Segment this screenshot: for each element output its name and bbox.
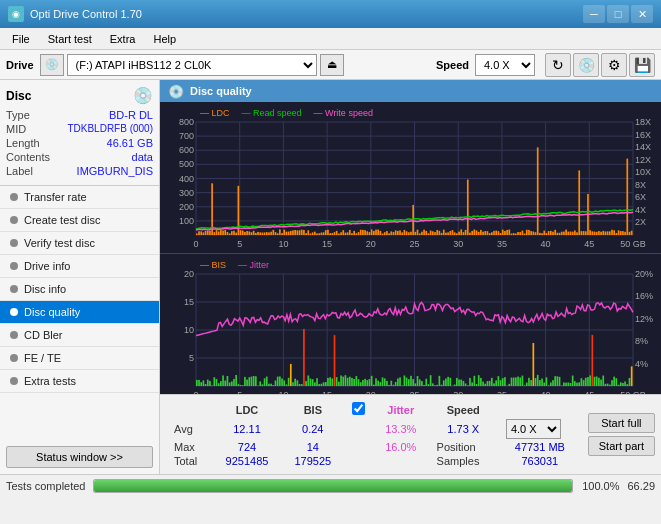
maximize-button[interactable]: □: [607, 5, 629, 23]
jitter-checkbox[interactable]: [352, 402, 365, 415]
sidebar-item-extra-tests[interactable]: Extra tests: [0, 370, 159, 393]
menubar: File Start test Extra Help: [0, 28, 661, 50]
nav-dot: [10, 216, 18, 224]
titlebar: ◉ Opti Drive Control 1.70 ─ □ ✕: [0, 0, 661, 28]
sidebar-item-transfer-rate[interactable]: Transfer rate: [0, 186, 159, 209]
avg-ldc: 12.11: [212, 418, 281, 440]
eject-icon[interactable]: ⏏: [320, 54, 344, 76]
nav-dot: [10, 193, 18, 201]
disc-section: Disc 💿 Type BD-R DL MID TDKBLDRFB (000) …: [0, 80, 159, 186]
type-label: Type: [6, 109, 30, 121]
mid-label: MID: [6, 123, 26, 135]
position-value: 47731 MB: [498, 440, 582, 454]
nav-dot: [10, 377, 18, 385]
menu-extra[interactable]: Extra: [102, 31, 144, 47]
progress-percent: 100.0%: [581, 480, 619, 492]
drive-disc-icon[interactable]: 💿: [40, 54, 64, 76]
nav-label: Extra tests: [24, 375, 76, 387]
length-label: Length: [6, 137, 40, 149]
disc-quality-title: Disc quality: [190, 85, 252, 97]
sidebar-item-cd-bler[interactable]: CD Bler: [0, 324, 159, 347]
max-label: Max: [166, 440, 212, 454]
status-window-button[interactable]: Status window >>: [6, 446, 153, 468]
position-label: Position: [429, 440, 498, 454]
nav-label: Create test disc: [24, 214, 100, 226]
drive-select[interactable]: (F:) ATAPI iHBS112 2 CL0K: [67, 54, 317, 76]
max-jitter: 16.0%: [373, 440, 429, 454]
content-area: 💿 Disc quality LDC BIS: [160, 80, 661, 474]
disc-label-label: Label: [6, 165, 33, 177]
drive-label: Drive: [6, 59, 34, 71]
save-icon[interactable]: 💾: [629, 53, 655, 77]
disc-label-value: IMGBURN_DIS: [77, 165, 153, 177]
sidebar-item-disc-info[interactable]: Disc info: [0, 278, 159, 301]
action-buttons: Start full Start part: [588, 413, 655, 456]
sidebar-item-fe-te[interactable]: FE / TE: [0, 347, 159, 370]
nav-dot: [10, 331, 18, 339]
start-part-button[interactable]: Start part: [588, 436, 655, 456]
nav-dot: [10, 239, 18, 247]
contents-label: Contents: [6, 151, 50, 163]
total-bis: 179525: [282, 454, 344, 468]
avg-bis: 0.24: [282, 418, 344, 440]
disc-icon[interactable]: 💿: [573, 53, 599, 77]
bis-jitter-chart: [160, 254, 661, 394]
refresh-icon[interactable]: ↻: [545, 53, 571, 77]
menu-start-test[interactable]: Start test: [40, 31, 100, 47]
samples-value: 763031: [498, 454, 582, 468]
avg-label: Avg: [166, 418, 212, 440]
nav-dot: [10, 308, 18, 316]
max-bis: 14: [282, 440, 344, 454]
nav-label: Disc quality: [24, 306, 80, 318]
stats-table: LDC BIS Jitter Speed Avg 12.11 0.24: [166, 401, 582, 468]
close-button[interactable]: ✕: [631, 5, 653, 23]
type-value: BD-R DL: [109, 109, 153, 121]
speed-select[interactable]: 4.0 X: [475, 54, 535, 76]
sidebar-item-create-test-disc[interactable]: Create test disc: [0, 209, 159, 232]
total-label: Total: [166, 454, 212, 468]
menu-file[interactable]: File: [4, 31, 38, 47]
length-value: 46.61 GB: [107, 137, 153, 149]
mid-value: TDKBLDRFB (000): [67, 123, 153, 135]
status-text: Tests completed: [6, 480, 85, 492]
nav-label: Disc info: [24, 283, 66, 295]
app-title: Opti Drive Control 1.70: [30, 8, 142, 20]
sidebar-item-verify-test-disc[interactable]: Verify test disc: [0, 232, 159, 255]
progressbar-fill: [94, 480, 572, 492]
nav-label: FE / TE: [24, 352, 61, 364]
samples-label: Samples: [429, 454, 498, 468]
progressbar-area: Tests completed 100.0% 66.29: [0, 474, 661, 496]
minimize-button[interactable]: ─: [583, 5, 605, 23]
total-ldc: 9251485: [212, 454, 281, 468]
nav-dot: [10, 285, 18, 293]
app-icon: ◉: [8, 6, 24, 22]
disc-quality-icon: 💿: [168, 84, 184, 99]
settings-icon[interactable]: ⚙: [601, 53, 627, 77]
speed-label: Speed: [436, 59, 469, 71]
drivebar: Drive 💿 (F:) ATAPI iHBS112 2 CL0K ⏏ Spee…: [0, 50, 661, 80]
progressbar: [93, 479, 573, 493]
sidebar-item-disc-quality[interactable]: Disc quality: [0, 301, 159, 324]
charts-area: [160, 102, 661, 394]
avg-jitter: 13.3%: [373, 418, 429, 440]
menu-help[interactable]: Help: [145, 31, 184, 47]
start-full-button[interactable]: Start full: [588, 413, 655, 433]
nav-dot: [10, 262, 18, 270]
progress-extra: 66.29: [627, 480, 655, 492]
nav-label: CD Bler: [24, 329, 63, 341]
disc-section-icon: 💿: [133, 86, 153, 105]
nav-dot: [10, 354, 18, 362]
sidebar-item-drive-info[interactable]: Drive info: [0, 255, 159, 278]
nav-label: Transfer rate: [24, 191, 87, 203]
speed-selector[interactable]: 4.0 X: [506, 419, 561, 439]
sidebar: Disc 💿 Type BD-R DL MID TDKBLDRFB (000) …: [0, 80, 160, 474]
nav-label: Verify test disc: [24, 237, 95, 249]
max-ldc: 724: [212, 440, 281, 454]
disc-title: Disc: [6, 89, 31, 103]
ldc-chart: [160, 102, 661, 253]
avg-speed: 1.73 X: [429, 418, 498, 440]
disc-quality-header: 💿 Disc quality: [160, 80, 661, 102]
contents-value: data: [132, 151, 153, 163]
stats-bar: LDC BIS Jitter Speed Avg 12.11 0.24: [160, 394, 661, 474]
nav-label: Drive info: [24, 260, 70, 272]
